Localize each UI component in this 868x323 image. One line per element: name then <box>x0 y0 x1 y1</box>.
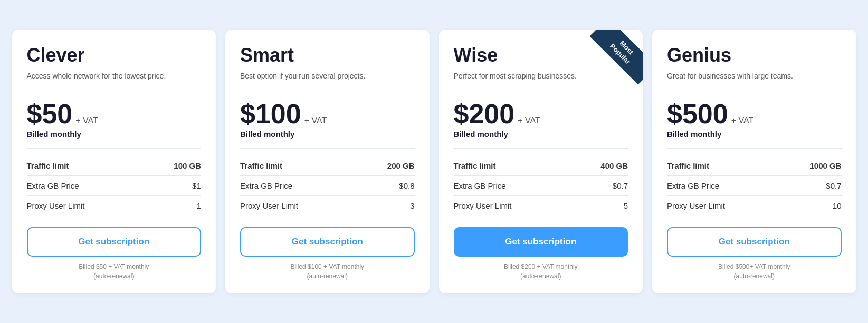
plan-card-wise: MostPopular Wise Perfect for most scrapi… <box>439 30 643 293</box>
popular-badge-text: MostPopular <box>589 30 643 84</box>
plan-card-clever: Clever Access whole network for the lowe… <box>12 30 216 293</box>
feature-label-2: Proxy User Limit <box>27 201 85 210</box>
feature-value-1: $0.7 <box>613 181 628 190</box>
plan-price: $500 <box>667 100 728 128</box>
feature-label-0: Traffic limit <box>667 161 709 170</box>
plan-price: $200 <box>454 100 515 128</box>
feature-row-2: Proxy User Limit 5 <box>454 196 628 216</box>
feature-row-0: Traffic limit 400 GB <box>454 156 628 176</box>
feature-value-2: 10 <box>833 201 842 210</box>
feature-label-0: Traffic limit <box>454 161 496 170</box>
feature-value-2: 1 <box>197 201 201 210</box>
subscribe-button[interactable]: Get subscription <box>27 227 202 257</box>
feature-label-0: Traffic limit <box>240 161 282 170</box>
feature-row-1: Extra GB Price $0.7 <box>667 176 842 196</box>
feature-label-1: Extra GB Price <box>454 181 506 190</box>
feature-value-1: $0.8 <box>399 181 414 190</box>
plan-features: Traffic limit 100 GB Extra GB Price $1 P… <box>27 148 202 216</box>
plan-billing: Billed monthly <box>454 130 628 139</box>
pricing-plans: Clever Access whole network for the lowe… <box>12 30 856 293</box>
subscribe-button[interactable]: Get subscription <box>454 227 628 257</box>
plan-price: $100 <box>240 100 301 128</box>
billing-note: Billed $50 + VAT monthly(auto-renewal) <box>27 262 202 281</box>
plan-price-vat: + VAT <box>731 116 754 125</box>
plan-name: Smart <box>240 44 415 66</box>
plan-name: Clever <box>27 44 202 66</box>
feature-row-1: Extra GB Price $0.8 <box>240 176 415 196</box>
feature-label-2: Proxy User Limit <box>240 201 298 210</box>
plan-description: Best option if you run several projects. <box>240 71 415 92</box>
plan-description: Great for businesses with large teams. <box>667 71 842 92</box>
feature-value-1: $1 <box>192 181 201 190</box>
plan-features: Traffic limit 1000 GB Extra GB Price $0.… <box>667 148 842 216</box>
plan-price-vat: + VAT <box>518 116 540 125</box>
feature-label-2: Proxy User Limit <box>454 201 512 210</box>
plan-features: Traffic limit 400 GB Extra GB Price $0.7… <box>454 148 628 216</box>
plan-billing: Billed monthly <box>667 130 842 139</box>
feature-value-2: 3 <box>410 201 414 210</box>
feature-label-2: Proxy User Limit <box>667 201 725 210</box>
feature-row-0: Traffic limit 200 GB <box>240 156 415 176</box>
plan-features: Traffic limit 200 GB Extra GB Price $0.8… <box>240 148 415 216</box>
plan-price-row: $50 + VAT <box>27 100 202 128</box>
feature-value-2: 5 <box>624 201 628 210</box>
feature-row-0: Traffic limit 100 GB <box>27 156 202 176</box>
feature-label-0: Traffic limit <box>27 161 69 170</box>
billing-note: Billed $200 + VAT monthly(auto-renewal) <box>454 262 628 281</box>
plan-billing: Billed monthly <box>240 130 415 139</box>
feature-label-1: Extra GB Price <box>240 181 292 190</box>
plan-billing: Billed monthly <box>27 130 202 139</box>
feature-value-0: 200 GB <box>387 161 415 170</box>
feature-value-0: 100 GB <box>174 161 201 170</box>
feature-value-1: $0.7 <box>826 181 841 190</box>
plan-name: Genius <box>667 44 842 66</box>
plan-price: $50 <box>27 100 73 128</box>
feature-row-2: Proxy User Limit 3 <box>240 196 415 216</box>
feature-row-0: Traffic limit 1000 GB <box>667 156 842 176</box>
feature-row-1: Extra GB Price $0.7 <box>454 176 628 196</box>
subscribe-button[interactable]: Get subscription <box>667 227 842 257</box>
feature-label-1: Extra GB Price <box>667 181 719 190</box>
feature-row-2: Proxy User Limit 1 <box>27 196 202 216</box>
plan-price-vat: + VAT <box>304 116 327 125</box>
plan-card-genius: Genius Great for businesses with large t… <box>652 30 856 293</box>
feature-value-0: 400 GB <box>600 161 628 170</box>
billing-note: Billed $100 + VAT monthly(auto-renewal) <box>240 262 415 281</box>
feature-label-1: Extra GB Price <box>27 181 79 190</box>
feature-value-0: 1000 GB <box>809 161 841 170</box>
subscribe-button[interactable]: Get subscription <box>240 227 415 257</box>
billing-note: Billed $500+ VAT monthly(auto-renewal) <box>667 262 842 281</box>
plan-price-vat: + VAT <box>75 116 98 125</box>
plan-price-row: $100 + VAT <box>240 100 415 128</box>
plan-description: Access whole network for the lowest pric… <box>27 71 202 92</box>
feature-row-2: Proxy User Limit 10 <box>667 196 842 216</box>
plan-price-row: $500 + VAT <box>667 100 842 128</box>
popular-badge: MostPopular <box>585 30 643 87</box>
plan-price-row: $200 + VAT <box>454 100 628 128</box>
feature-row-1: Extra GB Price $1 <box>27 176 202 196</box>
plan-card-smart: Smart Best option if you run several pro… <box>225 30 430 293</box>
